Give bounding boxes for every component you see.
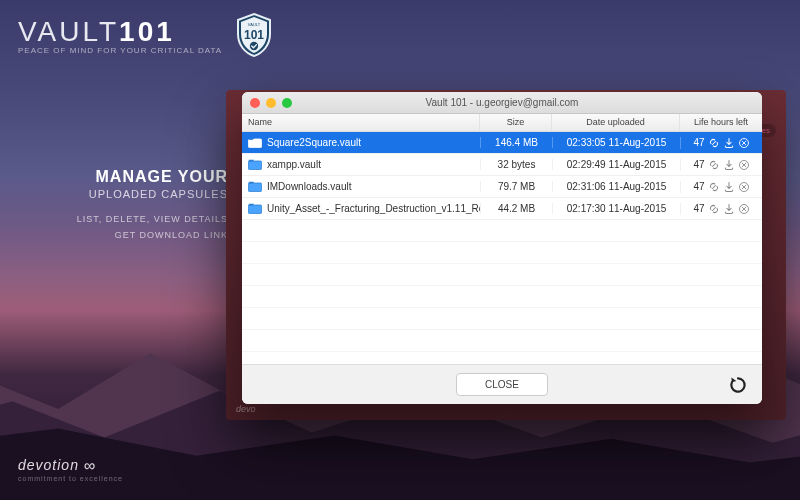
hero-copy: MANAGE YOUR UPLOADED CAPSULES LIST, DELE… bbox=[18, 168, 228, 240]
file-size: 32 bytes bbox=[480, 159, 552, 170]
file-date: 02:29:49 11-Aug-2015 bbox=[552, 159, 680, 170]
delete-icon[interactable] bbox=[738, 137, 750, 149]
file-date: 02:17:30 11-Aug-2015 bbox=[552, 203, 680, 214]
life-hours: 47 bbox=[693, 137, 704, 148]
file-size: 79.7 MB bbox=[480, 181, 552, 192]
svg-rect-1 bbox=[248, 139, 261, 148]
download-icon[interactable] bbox=[723, 203, 735, 215]
hero-sub2: GET DOWNLOAD LINK bbox=[18, 230, 228, 240]
hero-line2: UPLOADED CAPSULES bbox=[18, 188, 228, 200]
file-name: Unity_Asset_-_Fracturing_Destruction_v1.… bbox=[267, 203, 480, 214]
download-icon[interactable] bbox=[723, 137, 735, 149]
table-row-empty bbox=[242, 308, 762, 330]
shield-num-text: 101 bbox=[244, 28, 264, 42]
capsules-window: Vault 101 - u.georgiev@gmail.com Name Si… bbox=[242, 92, 762, 404]
svg-rect-3 bbox=[248, 161, 261, 170]
logo-text: VAULT101 bbox=[18, 16, 222, 48]
col-date-header[interactable]: Date uploaded bbox=[552, 114, 680, 131]
life-hours: 47 bbox=[693, 203, 704, 214]
file-date: 02:31:06 11-Aug-2015 bbox=[552, 181, 680, 192]
file-size: 44.2 MB bbox=[480, 203, 552, 214]
file-name: IMDownloads.vault bbox=[267, 181, 351, 192]
life-hours: 47 bbox=[693, 159, 704, 170]
infinity-icon: ∞ bbox=[84, 457, 96, 474]
footer-brand: devotion ∞ commitment to excellence bbox=[18, 457, 123, 482]
logo-tagline: PEACE OF MIND FOR YOUR CRITICAL DATA bbox=[18, 46, 222, 55]
table-row-empty bbox=[242, 286, 762, 308]
life-hours: 47 bbox=[693, 181, 704, 192]
table-row-empty bbox=[242, 264, 762, 286]
app-logo: VAULT101 PEACE OF MIND FOR YOUR CRITICAL… bbox=[18, 12, 274, 58]
shield-icon: VAULT 101 bbox=[234, 12, 274, 58]
window-title: Vault 101 - u.georgiev@gmail.com bbox=[242, 97, 762, 108]
logo-number: 101 bbox=[119, 16, 175, 47]
table-row-empty bbox=[242, 220, 762, 242]
svg-rect-7 bbox=[248, 205, 261, 214]
file-name: xampp.vault bbox=[267, 159, 321, 170]
table-header: Name Size Date uploaded Life hours left bbox=[242, 114, 762, 132]
footer-brand-text: devotion bbox=[18, 457, 79, 473]
link-icon[interactable] bbox=[708, 203, 720, 215]
delete-icon[interactable] bbox=[738, 181, 750, 193]
delete-icon[interactable] bbox=[738, 159, 750, 171]
refresh-button[interactable] bbox=[726, 373, 750, 397]
background-footer: devo bbox=[236, 404, 256, 414]
hero-sub1: LIST, DELETE, VIEW DETAILS bbox=[18, 214, 228, 224]
logo-word: VAULT bbox=[18, 16, 119, 47]
col-life-header[interactable]: Life hours left bbox=[680, 114, 762, 131]
delete-icon[interactable] bbox=[738, 203, 750, 215]
window-footer: CLOSE bbox=[242, 364, 762, 404]
link-icon[interactable] bbox=[708, 159, 720, 171]
download-icon[interactable] bbox=[723, 159, 735, 171]
col-size-header[interactable]: Size bbox=[480, 114, 552, 131]
footer-tagline: commitment to excellence bbox=[18, 475, 123, 482]
table-row-empty bbox=[242, 330, 762, 352]
file-name: Square2Square.vault bbox=[267, 137, 361, 148]
table-row[interactable]: Square2Square.vault146.4 MB02:33:05 11-A… bbox=[242, 132, 762, 154]
link-icon[interactable] bbox=[708, 137, 720, 149]
link-icon[interactable] bbox=[708, 181, 720, 193]
table-row[interactable]: xampp.vault32 bytes02:29:49 11-Aug-20154… bbox=[242, 154, 762, 176]
svg-rect-5 bbox=[248, 183, 261, 192]
file-size: 146.4 MB bbox=[480, 137, 552, 148]
table-row[interactable]: IMDownloads.vault79.7 MB02:31:06 11-Aug-… bbox=[242, 176, 762, 198]
hero-line1: MANAGE YOUR bbox=[18, 168, 228, 186]
file-date: 02:33:05 11-Aug-2015 bbox=[552, 137, 680, 148]
table-row[interactable]: Unity_Asset_-_Fracturing_Destruction_v1.… bbox=[242, 198, 762, 220]
table-row-empty bbox=[242, 242, 762, 264]
download-icon[interactable] bbox=[723, 181, 735, 193]
shield-top-text: VAULT bbox=[248, 22, 261, 27]
table-body: Square2Square.vault146.4 MB02:33:05 11-A… bbox=[242, 132, 762, 364]
col-name-header[interactable]: Name bbox=[242, 114, 480, 131]
titlebar[interactable]: Vault 101 - u.georgiev@gmail.com bbox=[242, 92, 762, 114]
refresh-icon bbox=[728, 375, 748, 395]
close-button[interactable]: CLOSE bbox=[456, 373, 548, 396]
